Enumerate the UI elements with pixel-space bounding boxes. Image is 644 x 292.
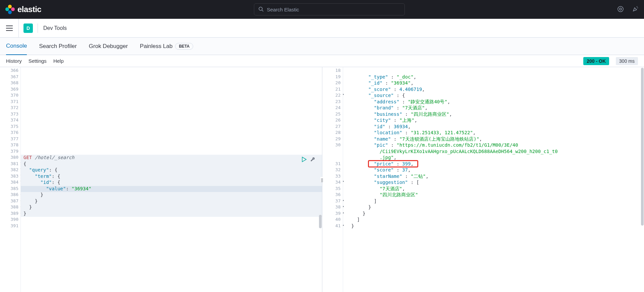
elastic-logo-icon xyxy=(5,5,15,14)
hamburger-icon xyxy=(6,26,13,31)
status-badge: 200 - OK xyxy=(583,57,609,65)
settings-link[interactable]: Settings xyxy=(29,58,47,64)
newsfeed-icon[interactable] xyxy=(617,6,624,13)
request-gutter: 3663673683693703713723733743753763773783… xyxy=(0,67,21,292)
run-icon[interactable] xyxy=(301,156,307,163)
time-badge: 300 ms xyxy=(616,57,638,65)
history-link[interactable]: History xyxy=(6,58,22,64)
console-toolbar: History Settings Help 200 - OK 300 ms xyxy=(0,55,644,67)
search-input[interactable] xyxy=(267,7,400,12)
svg-rect-6 xyxy=(6,26,13,26)
editor-area: 3663673683693703713723733743753763773783… xyxy=(0,67,644,292)
pane-splitter[interactable]: || xyxy=(320,177,324,182)
svg-line-5 xyxy=(637,8,638,8)
response-scrollbar[interactable] xyxy=(641,67,644,292)
response-pane[interactable]: 1819202122▾232425262728293031323334▾3536… xyxy=(322,67,644,292)
request-pane[interactable]: 3663673683693703713723733743753763773783… xyxy=(0,67,322,292)
tabs: Console Search Profiler Grok Debugger Pa… xyxy=(0,38,644,55)
svg-rect-8 xyxy=(6,30,13,31)
help-link[interactable]: Help xyxy=(53,58,64,64)
response-gutter: 1819202122▾232425262728293031323334▾3536… xyxy=(322,67,343,292)
space-selector[interactable]: D xyxy=(23,23,33,33)
global-search[interactable] xyxy=(254,3,405,15)
svg-line-1 xyxy=(262,10,263,11)
tab-grok-debugger[interactable]: Grok Debugger xyxy=(89,38,128,55)
tab-console[interactable]: Console xyxy=(6,38,27,55)
wrench-icon[interactable] xyxy=(310,156,316,163)
request-code[interactable]: GET /hotel/_search{ "query": { "term": {… xyxy=(21,67,322,292)
svg-point-3 xyxy=(620,8,622,10)
nav-toggle-button[interactable] xyxy=(0,19,19,38)
brand-text: elastic xyxy=(17,5,41,14)
beta-badge: BETA xyxy=(175,43,193,50)
header-row: D Dev Tools xyxy=(0,19,644,38)
tab-search-profiler[interactable]: Search Profiler xyxy=(39,38,76,55)
response-code[interactable]: "_type" : "_doc", "_id" : "36934", "_sco… xyxy=(343,67,644,292)
svg-point-0 xyxy=(259,7,262,10)
tab-painless-lab[interactable]: Painless Lab BETA xyxy=(140,38,193,55)
svg-rect-7 xyxy=(6,28,13,29)
breadcrumb-page-title[interactable]: Dev Tools xyxy=(43,25,67,31)
svg-point-2 xyxy=(618,6,623,12)
top-bar: elastic xyxy=(0,0,644,19)
search-icon xyxy=(258,6,264,13)
svg-line-4 xyxy=(637,6,637,7)
celebrate-icon[interactable] xyxy=(632,6,639,13)
brand-logo[interactable]: elastic xyxy=(5,5,41,14)
